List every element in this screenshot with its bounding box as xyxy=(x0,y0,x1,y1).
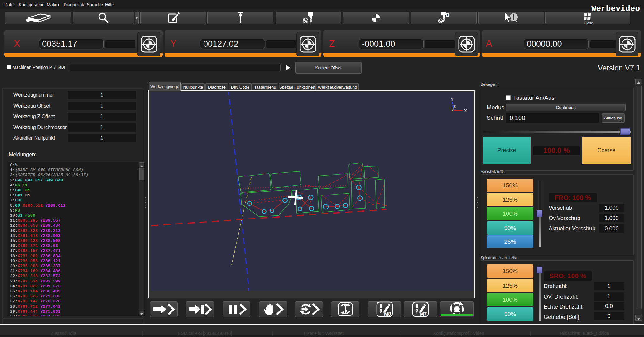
svg-text:M7: M7 xyxy=(420,311,427,317)
svg-text:M8: M8 xyxy=(384,311,391,317)
svg-text:Close: Close xyxy=(584,21,593,25)
svg-text:Z: Z xyxy=(453,104,456,109)
svg-text:P: P xyxy=(447,13,449,17)
svg-text:Y: Y xyxy=(451,97,454,102)
svg-text:X: X xyxy=(464,108,467,113)
